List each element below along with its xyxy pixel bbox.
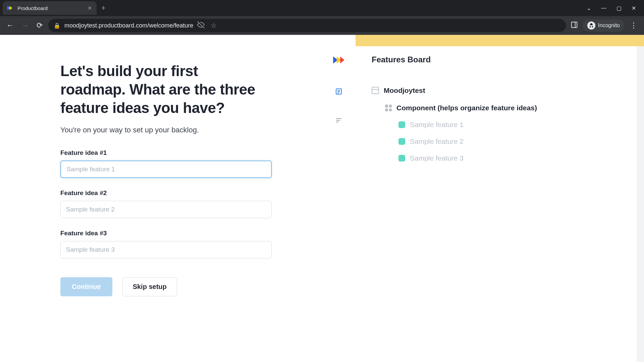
close-tab-icon[interactable]: ✕ [88,5,92,11]
close-window-icon[interactable]: ✕ [632,5,636,11]
productboard-favicon-icon [7,5,14,11]
maximize-window-icon[interactable]: ▢ [616,5,622,11]
new-tab-button[interactable]: + [101,4,106,12]
eye-blocked-icon[interactable] [197,21,205,30]
continue-button[interactable]: Continue [60,277,112,296]
page-heading: Let's build your first roadmap. What are… [60,62,262,117]
feature-dot-icon [398,121,405,128]
address-bar[interactable]: 🔒 moodjoytest.productboard.com/welcome/f… [48,19,566,32]
feature-name: Sample feature 3 [410,154,464,162]
field-label-2: Feature idea #2 [60,189,262,197]
feature-row[interactable]: Sample feature 2 [372,134,644,149]
features-board: Features Board Moodjoytest Component (he… [356,35,644,362]
url-text: moodjoytest.productboard.com/welcome/fea… [64,22,193,29]
feature-name: Sample feature 1 [410,121,464,129]
component-label: Component (helps organize feature ideas) [396,104,537,112]
browser-tab[interactable]: Productboard ✕ [3,1,97,15]
scrollbar[interactable] [637,46,644,362]
app-sidebar [322,35,356,362]
feature-idea-2-input[interactable] [60,201,272,218]
field-label-1: Feature idea #1 [60,149,262,157]
skip-setup-button[interactable]: Skip setup [122,277,177,296]
component-row[interactable]: Component (helps organize feature ideas) [372,101,644,115]
onboarding-form: Let's build your first roadmap. What are… [0,35,322,362]
banner-strip [356,35,644,46]
browser-menu-icon[interactable]: ⋮ [627,21,640,30]
project-name: Moodjoytest [384,86,425,95]
minimize-window-icon[interactable]: — [601,5,606,11]
grid-icon [385,105,392,111]
field-label-3: Feature idea #3 [60,230,262,237]
feature-row[interactable]: Sample feature 1 [372,117,644,132]
svg-rect-1 [572,22,577,27]
incognito-label: Incognito [598,22,620,28]
prioritize-nav-icon[interactable] [334,116,343,125]
incognito-icon [587,21,595,29]
feature-name: Sample feature 2 [410,137,464,145]
features-nav-icon[interactable] [334,87,343,96]
productboard-logo-icon [332,53,346,67]
feature-idea-1-input[interactable] [60,161,272,178]
back-button[interactable]: ← [4,19,16,32]
browser-tab-strip: Productboard ✕ + ⌄ — ▢ ✕ [0,0,644,16]
feature-idea-3-input[interactable] [60,241,272,258]
feature-row[interactable]: Sample feature 3 [372,151,644,166]
side-panel-icon[interactable] [571,21,578,30]
bookmark-star-icon[interactable]: ☆ [211,21,217,29]
feature-dot-icon [398,138,405,145]
tab-title: Productboard [17,5,48,11]
project-row[interactable]: Moodjoytest [372,83,644,98]
window-icon [372,87,379,94]
board-title: Features Board [372,55,644,64]
browser-toolbar: ← → ⟳ 🔒 moodjoytest.productboard.com/wel… [0,16,644,35]
forward-button[interactable]: → [19,19,31,32]
incognito-badge[interactable]: Incognito [583,19,625,32]
preview-panel: Features Board Moodjoytest Component (he… [322,35,644,362]
svg-marker-5 [340,57,344,64]
reload-button[interactable]: ⟳ [34,19,46,32]
tab-search-icon[interactable]: ⌄ [587,5,591,11]
lock-icon: 🔒 [54,22,60,29]
page-subtext: You're on your way to set up your backlo… [60,126,262,134]
feature-dot-icon [398,155,405,162]
